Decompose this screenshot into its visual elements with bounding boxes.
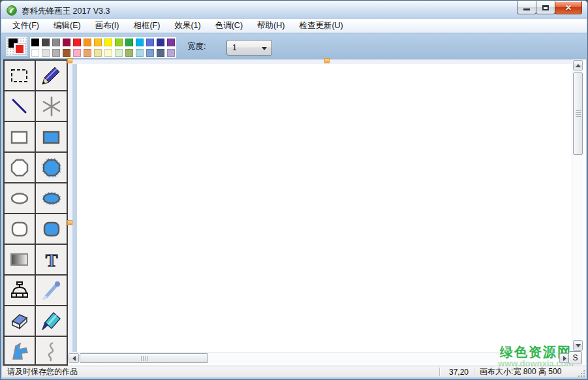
width-dropdown[interactable]: 1 xyxy=(226,40,272,55)
maximize-icon xyxy=(542,5,549,10)
color-swatch[interactable] xyxy=(61,37,72,48)
tool-eraser[interactable] xyxy=(5,306,35,336)
color-swatch[interactable] xyxy=(124,48,134,58)
color-swatch[interactable] xyxy=(30,37,40,48)
menu-item-canvas[interactable]: 画布(I) xyxy=(88,18,127,33)
background-color xyxy=(14,44,25,54)
star-lines-icon xyxy=(40,95,63,118)
canvas-margin-top xyxy=(68,59,572,64)
color-swatch[interactable] xyxy=(93,48,103,58)
menu-item-frame[interactable]: 相框(F) xyxy=(126,18,167,33)
tool-spokes[interactable] xyxy=(36,91,67,121)
tool-ellipse[interactable] xyxy=(5,183,35,213)
eyedropper-icon xyxy=(40,279,63,302)
color-indicator[interactable] xyxy=(6,37,27,56)
color-swatch[interactable] xyxy=(40,37,51,48)
menu-item-help[interactable]: 帮助(H) xyxy=(250,18,292,33)
toolbar: 宽度: 1 xyxy=(1,34,587,59)
title-bar[interactable]: 赛科先锋画王 2017 V3.3 ✕ xyxy=(1,1,587,19)
color-swatch[interactable] xyxy=(103,37,114,48)
menu-item-file[interactable]: 文件(F) xyxy=(5,18,46,33)
canvas-resize-handle-left[interactable] xyxy=(67,220,72,225)
thumb-grip-icon xyxy=(141,356,148,361)
vertical-scrollbar[interactable] xyxy=(572,59,583,352)
tool-eyedropper[interactable] xyxy=(36,276,67,305)
color-swatch[interactable] xyxy=(134,48,145,58)
tool-rectangle[interactable] xyxy=(5,122,35,151)
tool-octagon-filled[interactable] xyxy=(36,153,67,182)
color-swatch[interactable] xyxy=(82,37,93,48)
color-swatch[interactable] xyxy=(30,48,40,58)
canvas-resize-handle-corner[interactable] xyxy=(67,58,72,63)
color-swatch[interactable] xyxy=(82,48,93,58)
canvas-margin-left xyxy=(68,64,72,352)
rounded-rect-outline-icon xyxy=(8,218,31,240)
tool-gradient[interactable] xyxy=(5,245,35,274)
canvas-workspace[interactable]: T xyxy=(3,59,586,366)
minimize-button[interactable] xyxy=(517,1,536,14)
color-swatch[interactable] xyxy=(114,48,124,58)
color-palette xyxy=(30,37,176,58)
text-icon: T xyxy=(40,249,63,271)
thumb-grip-icon xyxy=(576,110,581,118)
maximize-button[interactable] xyxy=(536,1,555,14)
octagon-filled-icon xyxy=(40,157,63,179)
arrow-right-icon xyxy=(563,356,566,361)
tool-line[interactable] xyxy=(5,91,35,121)
color-swatch[interactable] xyxy=(145,37,155,48)
tool-pen[interactable] xyxy=(36,61,67,90)
color-swatch[interactable] xyxy=(103,48,114,58)
tool-polygon[interactable] xyxy=(5,337,35,366)
color-swatch[interactable] xyxy=(155,48,166,58)
tool-stamp[interactable] xyxy=(5,276,35,305)
color-swatch[interactable] xyxy=(40,48,51,58)
close-button[interactable]: ✕ xyxy=(555,1,582,14)
polygon-fill-icon xyxy=(8,341,31,363)
ellipse-outline-icon xyxy=(8,187,31,210)
tool-rectangle-filled[interactable] xyxy=(36,122,67,151)
color-swatch[interactable] xyxy=(72,48,82,58)
color-swatch[interactable] xyxy=(166,37,176,48)
tool-octagon[interactable] xyxy=(5,153,35,182)
color-swatch[interactable] xyxy=(51,37,61,48)
app-window: 赛科先锋画王 2017 V3.3 ✕ 文件(F)编辑(E)画布(I)相框(F)效… xyxy=(0,0,588,380)
menu-item-edit[interactable]: 编辑(E) xyxy=(46,18,88,33)
tool-select[interactable] xyxy=(5,61,35,90)
eraser-icon xyxy=(8,310,31,332)
tool-rounded-rect-filled[interactable] xyxy=(36,214,67,244)
tool-text[interactable]: T xyxy=(36,245,67,274)
vertical-scroll-thumb[interactable] xyxy=(573,72,583,155)
tool-curve[interactable] xyxy=(36,337,67,366)
scroll-down-button[interactable] xyxy=(573,340,583,351)
horizontal-scrollbar[interactable] xyxy=(68,352,572,364)
rounded-rect-filled-icon xyxy=(40,218,63,240)
color-swatch[interactable] xyxy=(124,37,134,48)
ellipse-filled-icon xyxy=(40,187,63,210)
gradient-rect-icon xyxy=(8,249,31,271)
arrow-up-icon xyxy=(576,64,581,67)
color-swatch[interactable] xyxy=(134,37,145,48)
color-swatch[interactable] xyxy=(114,37,124,48)
line-icon xyxy=(8,95,31,118)
resize-grip-icon[interactable] xyxy=(578,370,585,377)
scroll-up-button[interactable] xyxy=(573,60,583,71)
tool-marker[interactable] xyxy=(36,306,67,336)
octagon-outline-icon xyxy=(8,157,31,179)
pen-icon xyxy=(40,65,63,87)
color-swatch[interactable] xyxy=(72,37,82,48)
color-swatch[interactable] xyxy=(155,37,166,48)
color-swatch[interactable] xyxy=(51,48,61,58)
scroll-left-button[interactable] xyxy=(69,353,79,363)
tool-rounded-rect[interactable] xyxy=(5,214,35,244)
color-swatch[interactable] xyxy=(166,48,176,58)
horizontal-scroll-thumb[interactable] xyxy=(80,353,208,363)
color-swatch[interactable] xyxy=(145,48,155,58)
menu-item-tone[interactable]: 色调(C) xyxy=(208,18,250,33)
color-swatch[interactable] xyxy=(61,48,72,58)
tool-ellipse-filled[interactable] xyxy=(36,183,67,213)
scroll-corner-s-button[interactable]: S xyxy=(568,351,582,364)
color-swatch[interactable] xyxy=(93,37,103,48)
menu-item-effects[interactable]: 效果(1) xyxy=(167,18,208,33)
canvas-resize-handle-top[interactable] xyxy=(324,58,330,63)
menu-item-update[interactable]: 检查更新(U) xyxy=(292,18,350,33)
